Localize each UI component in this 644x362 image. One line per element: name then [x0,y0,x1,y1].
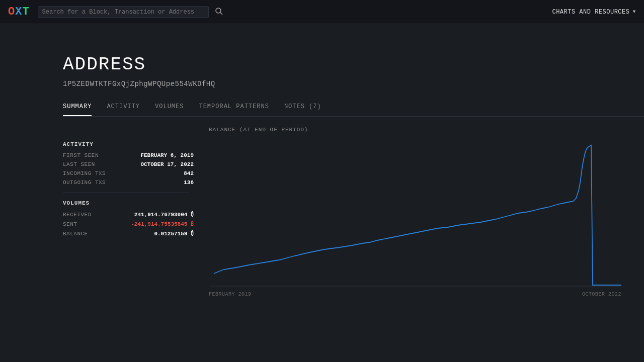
balance-chart [209,138,621,289]
logo-o: O [8,6,15,18]
chart-area: BALANCE (AT END OF PERIOD) FEBRUARY 2019… [204,127,644,297]
first-seen-label: FIRST SEEN [63,152,99,158]
stat-last-seen: LAST SEEN OCTOBER 17, 2022 [63,161,194,167]
stat-incoming-txs: INCOMING TXS 842 [63,170,194,176]
svg-line-1 [220,13,222,15]
chart-x-label-end: OCTOBER 2022 [582,292,621,297]
tab-bar: SUMMARY ACTIVITY VOLUMES TEMPORAL PATTER… [63,103,644,117]
left-panel: ACTIVITY FIRST SEEN FEBRUARY 6, 2019 LAS… [63,127,204,297]
content-area: ACTIVITY FIRST SEEN FEBRUARY 6, 2019 LAS… [63,127,644,297]
tab-notes[interactable]: NOTES (7) [284,103,321,116]
outgoing-txs-label: OUTGOING TXS [63,179,106,186]
stat-outgoing-txs: OUTGOING TXS 136 [63,179,194,186]
search-input[interactable] [42,9,204,16]
main-content: ADDRESS 1P5ZEDWTKTFGxQjZphgWPQUpe554WKDf… [0,24,644,297]
stat-balance: BALANCE 0.01257159 ₿ [63,230,194,237]
address-hash: 1P5ZEDWTKTFGxQjZphgWPQUpe554WKDfHQ [63,80,644,88]
divider-top [63,134,189,134]
tab-volumes[interactable]: VOLUMES [155,103,184,116]
received-label: RECEIVED [63,212,92,218]
stat-received: RECEIVED 241,914.76793004 ₿ [63,211,194,218]
balance-value: 0.01257159 ₿ [154,230,194,237]
charts-resources-button[interactable]: CHARTS AND RESOURCES ▼ [552,9,636,16]
logo-x: X [15,6,22,18]
activity-section-title: ACTIVITY [63,141,194,147]
incoming-txs-label: INCOMING TXS [63,170,106,176]
first-seen-value: FEBRUARY 6, 2019 [140,152,194,158]
search-bar[interactable] [38,6,209,18]
chart-title: BALANCE (AT END OF PERIOD) [209,127,644,133]
balance-label: BALANCE [63,231,88,237]
logo: O X T [8,6,30,18]
volumes-section-title: VOLUMES [63,200,194,206]
navbar: O X T CHARTS AND RESOURCES ▼ [0,0,644,24]
incoming-txs-value: 842 [184,170,194,176]
received-value: 241,914.76793004 ₿ [134,211,194,218]
sent-label: SENT [63,221,77,227]
chevron-down-icon: ▼ [632,9,636,15]
chart-x-label-start: FEBRUARY 2019 [209,292,252,297]
page-title: ADDRESS [63,54,644,75]
svg-point-0 [216,8,221,13]
charts-resources-label: CHARTS AND RESOURCES [552,9,629,16]
chart-x-labels: FEBRUARY 2019 OCTOBER 2022 [209,292,621,297]
outgoing-txs-value: 136 [184,179,194,186]
tab-activity[interactable]: ACTIVITY [107,103,140,116]
tab-temporal-patterns[interactable]: TEMPORAL PATTERNS [199,103,269,116]
last-seen-label: LAST SEEN [63,161,95,167]
search-icon [215,7,223,15]
sent-value: -241,914.75535845 ₿ [131,221,194,227]
divider-volumes [63,193,189,193]
logo-t: T [22,6,29,18]
stat-sent: SENT -241,914.75535845 ₿ [63,221,194,227]
last-seen-value: OCTOBER 17, 2022 [140,161,194,167]
stat-first-seen: FIRST SEEN FEBRUARY 6, 2019 [63,152,194,158]
search-button[interactable] [213,6,225,18]
chart-container [209,138,621,289]
tab-summary[interactable]: SUMMARY [63,103,92,116]
nav-right: CHARTS AND RESOURCES ▼ [552,9,636,16]
